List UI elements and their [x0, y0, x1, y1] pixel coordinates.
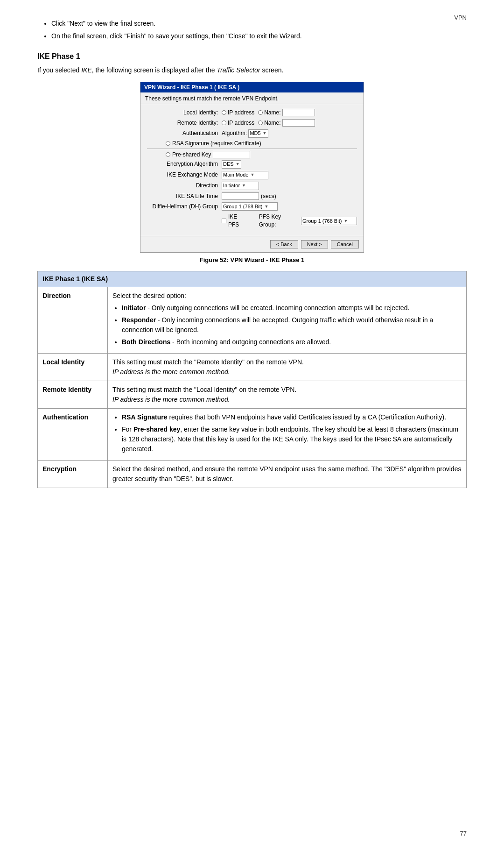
authentication-label: Authentication: [147, 129, 222, 137]
preshared-key-input[interactable]: [213, 151, 250, 158]
local-identity-name-option[interactable]: Name:: [258, 109, 315, 117]
encryption-field-name: Encryption: [38, 460, 108, 488]
intro-bullet-list: Click "Next" to view the final screen. O…: [51, 19, 467, 41]
local-identity-row: Local Identity: IP address Name:: [147, 109, 357, 117]
encryption-field-desc: Select the desired method, and ensure th…: [108, 460, 467, 488]
local-identity-name-radio[interactable]: [258, 110, 263, 115]
ike-phase-table: IKE Phase 1 (IKE SA) Direction Select th…: [37, 271, 467, 488]
local-identity-desc-italic: IP address is the more common method.: [112, 368, 230, 376]
back-button[interactable]: < Back: [270, 240, 298, 248]
ike-pfs-checkbox[interactable]: [222, 219, 226, 223]
ike-phase-heading: IKE Phase 1: [37, 52, 467, 61]
intro-bullet-2: On the final screen, click "Finish" to s…: [51, 31, 467, 41]
rsa-radio[interactable]: [166, 141, 170, 146]
remote-identity-label: Remote Identity:: [147, 119, 222, 127]
local-identity-ip-label: IP address: [228, 109, 254, 117]
table-row: Encryption Select the desired method, an…: [38, 460, 467, 488]
direction-bullet-2: Responder - Only incoming connections wi…: [122, 315, 462, 335]
remote-identity-name-radio[interactable]: [258, 121, 263, 125]
pfs-key-group-arrow-icon: ▼: [343, 218, 348, 224]
rsa-signature-row: RSA Signature (requires Certificate): [147, 140, 357, 147]
local-identity-ip-option[interactable]: IP address: [222, 109, 254, 117]
remote-identity-ip-option[interactable]: IP address: [222, 119, 254, 127]
remote-identity-name-input[interactable]: [282, 119, 315, 127]
encryption-arrow-icon: ▼: [236, 161, 240, 167]
authentication-bullets: RSA Signature requires that both VPN end…: [122, 412, 462, 454]
local-identity-name-label: Name:: [264, 109, 280, 117]
ike-exchange-arrow-icon: ▼: [250, 172, 254, 178]
remote-identity-ip-radio[interactable]: [222, 121, 226, 125]
ike-exchange-row: IKE Exchange Mode Main Mode ▼: [147, 171, 357, 179]
pfs-key-group-select[interactable]: Group 1 (768 Bit) ▼: [301, 217, 357, 225]
rsa-label: RSA Signature (requires Certificate): [172, 140, 261, 147]
direction-row: Direction Initiator ▼: [147, 182, 357, 190]
preshared-radio[interactable]: [166, 152, 170, 157]
intro-bullet-1: Click "Next" to view the final screen.: [51, 19, 467, 28]
dialog-footer: < Back Next > Cancel: [140, 236, 364, 252]
local-identity-field-desc: This setting must match the "Remote Iden…: [108, 353, 467, 381]
direction-value: Initiator: [223, 182, 240, 189]
authentication-bullet-2: For Pre-shared key, enter the same key v…: [122, 425, 462, 454]
dialog-title-bar: VPN Wizard - IKE Phase 1 ( IKE SA ): [140, 82, 364, 92]
vpn-wizard-dialog: VPN Wizard - IKE Phase 1 ( IKE SA ) Thes…: [140, 82, 364, 253]
algorithm-arrow-icon: ▼: [263, 130, 267, 136]
direction-intro: Select the desired option:: [112, 291, 462, 301]
ike-sa-lifetime-input[interactable]: [222, 192, 259, 200]
local-identity-label: Local Identity:: [147, 109, 222, 117]
algorithm-label: Algorithm:: [222, 129, 247, 137]
authentication-bullet-1: RSA Signature requires that both VPN end…: [122, 412, 462, 422]
local-identity-field-name: Local Identity: [38, 353, 108, 381]
ike-exchange-value: Main Mode: [223, 171, 248, 178]
ike-pfs-row: IKE PFS PFS Key Group: Group 1 (768 Bit)…: [147, 213, 357, 229]
remote-identity-name-option[interactable]: Name:: [258, 119, 315, 127]
local-identity-ip-radio[interactable]: [222, 110, 226, 115]
encryption-label: Encryption Algorithm: [147, 160, 222, 168]
preshared-key-row: Pre-shared Key: [147, 151, 357, 158]
ike-exchange-label: IKE Exchange Mode: [147, 171, 222, 179]
remote-identity-field-desc: This setting must match the "Local Ident…: [108, 381, 467, 408]
remote-identity-row: Remote Identity: IP address Name:: [147, 119, 357, 127]
table-row: Local Identity This setting must match t…: [38, 353, 467, 381]
local-identity-options: IP address Name:: [222, 109, 315, 117]
table-row: Authentication RSA Signature requires th…: [38, 408, 467, 460]
remote-identity-ip-label: IP address: [228, 119, 254, 127]
authentication-field-name: Authentication: [38, 408, 108, 460]
table-header-cell: IKE Phase 1 (IKE SA): [38, 271, 467, 287]
figure-caption: Figure 52: VPN Wizard - IKE Phase 1: [37, 256, 467, 263]
page-header: VPN: [454, 14, 467, 21]
remote-identity-field-name: Remote Identity: [38, 381, 108, 408]
dh-group-row: Diffie-Hellman (DH) Group Group 1 (768 B…: [147, 202, 357, 211]
direction-arrow-icon: ▼: [242, 183, 246, 189]
dh-group-select[interactable]: Group 1 (768 Bit) ▼: [222, 202, 278, 211]
encryption-row: Encryption Algorithm DES ▼: [147, 160, 357, 169]
remote-identity-desc-text: This setting must match the "Local Ident…: [112, 386, 296, 393]
dh-group-value: Group 1 (768 Bit): [223, 203, 262, 210]
direction-bullets: Initiator - Only outgoing connections wi…: [122, 303, 462, 347]
ike-sa-lifetime-row: IKE SA Life Time (secs): [147, 192, 357, 200]
direction-field-name: Direction: [38, 287, 108, 353]
table-row: Remote Identity This setting must match …: [38, 381, 467, 408]
dh-group-arrow-icon: ▼: [264, 204, 268, 210]
page-footer: 77: [460, 830, 467, 837]
encryption-select[interactable]: DES ▼: [222, 160, 241, 169]
authentication-row: Authentication Algorithm: MD5 ▼: [147, 129, 357, 138]
dialog-subtitle: These settings must match the remote VPN…: [140, 92, 364, 104]
ike-pfs-label: IKE PFS: [228, 213, 250, 229]
preshared-label: Pre-shared Key: [172, 151, 211, 158]
remote-identity-desc-italic: IP address is the more common method.: [112, 396, 230, 403]
dialog-body: Local Identity: IP address Name: Remote …: [140, 104, 364, 236]
next-button[interactable]: Next >: [301, 240, 328, 248]
local-identity-name-input[interactable]: [282, 109, 315, 116]
dh-group-label: Diffie-Hellman (DH) Group: [147, 203, 222, 211]
pfs-key-group-value: Group 1 (768 Bit): [302, 218, 342, 225]
table-row: Direction Select the desired option: Ini…: [38, 287, 467, 353]
pfs-key-group-label: PFS Key Group:: [259, 213, 300, 229]
algorithm-value: MD5: [250, 130, 260, 137]
remote-identity-options: IP address Name:: [222, 119, 315, 127]
ike-phase-intro: If you selected IKE, the following scree…: [37, 65, 467, 75]
ike-exchange-select[interactable]: Main Mode ▼: [222, 171, 268, 179]
local-identity-desc-text: This setting must match the "Remote Iden…: [112, 358, 304, 366]
direction-select[interactable]: Initiator ▼: [222, 182, 259, 190]
cancel-button[interactable]: Cancel: [331, 240, 359, 248]
algorithm-select[interactable]: MD5 ▼: [248, 129, 268, 138]
